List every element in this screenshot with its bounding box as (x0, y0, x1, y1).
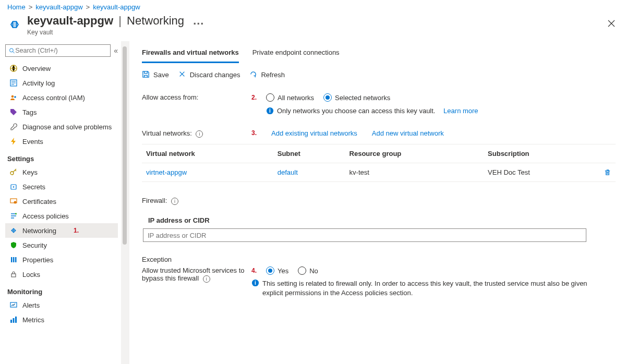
radio-bypass-yes[interactable]: Yes (266, 266, 288, 275)
policy-icon (9, 212, 18, 220)
refresh-button[interactable]: Refresh (249, 70, 285, 79)
cell-sub: VEH Doc Test (484, 163, 599, 182)
sidebar-item-alerts[interactable]: Alerts (5, 298, 118, 312)
crumb-resource[interactable]: keyvault-appgw (93, 3, 140, 11)
bypass-firewall-label: Allow trusted Microsoft services to bypa… (142, 266, 251, 283)
access-info-text: Only networks you choose can access this… (277, 107, 435, 115)
sidebar-item-properties[interactable]: Properties (5, 252, 118, 267)
radio-selected-networks[interactable]: Selected networks (323, 93, 390, 102)
key-icon (9, 168, 18, 176)
svg-point-9 (14, 201, 17, 204)
svg-point-10 (15, 213, 17, 215)
svg-point-4 (14, 96, 16, 98)
save-button[interactable]: Save (142, 70, 169, 79)
annotation-2: 2. (251, 94, 257, 101)
svg-point-3 (11, 95, 14, 98)
learn-more-link[interactable]: Learn more (443, 107, 478, 115)
breadcrumb: Home > keyvault-appgw > keyvault-appgw (0, 0, 626, 12)
sidebar-item-locks[interactable]: Locks (5, 267, 118, 282)
help-icon[interactable]: i (171, 198, 178, 205)
close-button[interactable] (607, 19, 617, 29)
wrench-icon (9, 123, 18, 131)
sidebar-item-certificates[interactable]: Certificates (5, 194, 118, 209)
add-new-vnet-link[interactable]: Add new virtual network (372, 129, 444, 137)
firewall-label: Firewall: i (142, 197, 616, 205)
tab-firewalls[interactable]: Firewalls and virtual networks (142, 45, 239, 63)
sidebar-item-metrics[interactable]: Metrics (5, 312, 118, 327)
svg-point-7 (13, 186, 15, 188)
svg-text:i: i (255, 280, 256, 286)
sidebar-item-secrets[interactable]: Secrets (5, 179, 118, 194)
close-icon (178, 70, 187, 79)
sidebar-item-iam[interactable]: Access control (IAM) (5, 90, 118, 105)
crumb-resource-group[interactable]: keyvault-appgw (35, 3, 82, 11)
sidebar-item-networking[interactable]: Networking1. (5, 223, 118, 238)
sidebar-item-security[interactable]: Security (5, 238, 118, 252)
sidebar-scrollbar[interactable] (121, 41, 129, 364)
radio-bypass-no[interactable]: No (298, 266, 318, 275)
tab-private-endpoint[interactable]: Private endpoint connections (252, 45, 340, 63)
ip-input[interactable] (143, 228, 586, 242)
vnet-table: Virtual network Subnet Resource group Su… (142, 144, 616, 182)
search-input[interactable] (5, 44, 111, 57)
discard-button[interactable]: Discard changes (178, 70, 240, 79)
radio-all-networks[interactable]: All networks (266, 93, 314, 102)
cell-rg: kv-test (345, 163, 484, 182)
annotation-1: 1. (74, 227, 79, 234)
globe-icon (9, 64, 18, 72)
svg-rect-16 (10, 320, 12, 323)
sidebar-item-events[interactable]: Events (5, 134, 118, 149)
sidebar-item-activity-log[interactable]: Activity log (5, 76, 118, 90)
metrics-icon (9, 316, 18, 324)
virtual-networks-label: Virtual networks: i (142, 129, 251, 138)
help-icon[interactable]: i (203, 275, 210, 283)
refresh-icon (249, 70, 258, 79)
allow-access-label: Allow access from: (142, 93, 251, 101)
col-resource-group[interactable]: Resource group (345, 144, 484, 163)
vnet-link[interactable]: virtnet-appgw (146, 168, 187, 176)
tablist: Firewalls and virtual networks Private e… (142, 45, 616, 63)
svg-rect-18 (15, 317, 17, 323)
subnet-link[interactable]: default (278, 168, 298, 176)
sidebar-item-diagnose[interactable]: Diagnose and solve problems (5, 119, 118, 134)
delete-row-button[interactable] (604, 168, 611, 176)
crumb-home[interactable]: Home (7, 3, 26, 11)
svg-text:i: i (269, 108, 271, 114)
sidebar-item-overview[interactable]: Overview (5, 61, 118, 76)
people-icon (9, 93, 18, 102)
command-bar: Save Discard changes Refresh (142, 70, 616, 79)
sidebar-item-keys[interactable]: Keys (5, 165, 118, 179)
svg-point-0 (10, 48, 14, 52)
collapse-sidebar-button[interactable]: « (114, 46, 118, 55)
sidebar-heading-monitoring: Monitoring (5, 282, 118, 298)
sidebar-heading-settings: Settings (5, 149, 118, 165)
networking-icon (9, 226, 18, 235)
sidebar: « Overview Activity log Access control (… (0, 41, 129, 364)
tag-icon (9, 108, 18, 116)
info-icon: i (266, 107, 274, 115)
exception-heading: Exception (142, 256, 616, 263)
col-subnet[interactable]: Subnet (273, 144, 345, 163)
col-subscription[interactable]: Subscription (484, 144, 599, 163)
shield-icon (9, 241, 18, 249)
key-vault-icon (7, 17, 22, 32)
add-existing-vnet-link[interactable]: Add existing virtual networks (271, 129, 357, 137)
help-icon[interactable]: i (196, 130, 203, 138)
sidebar-item-access-policies[interactable]: Access policies (5, 209, 118, 223)
bypass-note: This setting is related to firewall only… (262, 279, 596, 298)
sidebar-item-tags[interactable]: Tags (5, 105, 118, 119)
svg-rect-12 (13, 257, 15, 262)
col-virtual-network[interactable]: Virtual network (142, 144, 273, 163)
svg-rect-11 (11, 257, 13, 262)
svg-rect-14 (11, 274, 16, 277)
save-icon (142, 70, 150, 79)
more-button[interactable]: … (192, 14, 204, 28)
properties-icon (9, 256, 18, 264)
svg-rect-13 (15, 257, 17, 262)
page-title: keyvault-appgw | Networking … (27, 14, 204, 28)
alert-icon (9, 301, 18, 309)
certificate-icon (9, 197, 18, 205)
svg-rect-17 (13, 318, 15, 323)
annotation-4: 4. (251, 267, 257, 274)
secret-icon (9, 183, 18, 191)
